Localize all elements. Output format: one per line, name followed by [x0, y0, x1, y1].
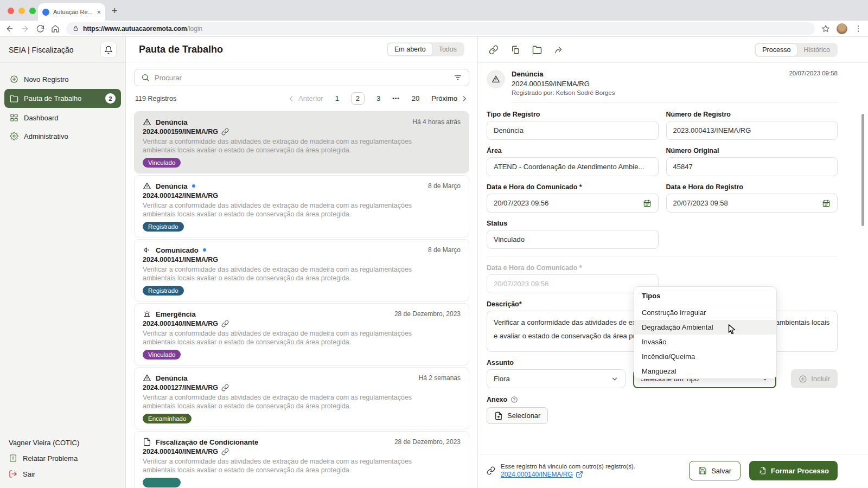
card-description: Verificar a conformidade das atividades … — [143, 265, 446, 282]
tab-historico[interactable]: Histórico — [797, 44, 837, 56]
search-box[interactable] — [134, 69, 469, 86]
record-card-denuncia-000127[interactable]: Denúncia Há 2 semanas 2024.000127/INEMA/… — [134, 367, 469, 429]
card-type: Fiscalização de Condicionante — [156, 438, 258, 446]
pagination-page-2-active[interactable]: 2 — [351, 92, 365, 105]
card-id: 2024.000141/INEMA/RG — [143, 256, 218, 264]
link-icon — [221, 128, 229, 136]
forward-share-icon[interactable] — [554, 45, 564, 55]
bookmark-star-icon[interactable] — [821, 24, 830, 33]
url-bar[interactable]: https://www.autuacaoremota.com/login — [66, 22, 815, 35]
area-field[interactable]: ATEND - Coordenação de Atendimento Ambie… — [487, 157, 659, 176]
toggle-em-aberto[interactable]: Em aberto — [388, 43, 432, 55]
pagination-page-20[interactable]: 20 — [407, 93, 424, 104]
logout-icon — [9, 470, 17, 478]
pagination-page-3[interactable]: 3 — [372, 93, 385, 104]
current-user-name: Vagner Vieira (COTIC) — [9, 439, 117, 447]
calendar-icon[interactable] — [822, 199, 831, 208]
selecionar-anexo-button[interactable]: Selecionar — [487, 407, 548, 424]
toggle-todos[interactable]: Todos — [432, 43, 463, 55]
numero-de-registro-field[interactable]: 2023.000413/INEMA/RG — [666, 121, 838, 140]
tab-close-icon[interactable]: × — [97, 8, 101, 16]
card-id: 2024.000140/INEMA/RG — [143, 448, 218, 455]
vertical-scrollbar[interactable] — [861, 114, 864, 226]
logout-link[interactable]: Sair — [9, 470, 117, 478]
folder-icon[interactable] — [532, 45, 542, 55]
dropdown-option-manguezal[interactable]: Manguezal — [634, 364, 776, 378]
assunto-select[interactable]: Flora — [487, 369, 626, 388]
data-registro-field[interactable]: 20/07/2023 09:58 — [666, 194, 838, 213]
sidebar-item-administrativo[interactable]: Administrativo — [4, 127, 121, 145]
help-question-icon[interactable] — [510, 396, 518, 403]
tab-processo[interactable]: Processo — [756, 44, 797, 56]
card-time: Há 4 horas atrás — [412, 118, 461, 126]
reload-icon[interactable] — [36, 24, 44, 33]
link-record-icon[interactable] — [489, 45, 499, 55]
card-type: Denúncia — [156, 118, 188, 126]
incluir-button[interactable]: Incluir — [791, 369, 838, 388]
warning-triangle-icon — [143, 182, 151, 190]
pagination-page-1[interactable]: 1 — [331, 93, 343, 104]
search-input[interactable] — [155, 74, 449, 82]
dropdown-option-construcao-irregular[interactable]: Construção Irregular — [634, 305, 776, 320]
field-label: Anexo — [487, 396, 507, 403]
minimize-window-button[interactable] — [18, 8, 25, 14]
detail-panel: Processo Histórico Denúncia 2024.000159/… — [477, 37, 868, 488]
url-host: https://www.autuacaoremota.com — [83, 25, 187, 33]
chevron-right-icon — [461, 95, 468, 102]
notifications-button[interactable] — [100, 42, 117, 58]
browser-profile-avatar[interactable] — [837, 23, 847, 34]
page-title: Pauta de Trabalho — [139, 44, 223, 55]
salvar-button[interactable]: Salvar — [689, 461, 741, 480]
card-type: Comunicado — [156, 246, 199, 254]
back-icon[interactable] — [5, 24, 14, 33]
record-card-comunicado-000141[interactable]: Comunicado 8 de Março 2024.000141/INEMA/… — [134, 239, 469, 301]
dropdown-option-incendio-queima[interactable]: Incêndio/Queima — [634, 349, 776, 364]
record-card-fiscalizacao-000140[interactable]: Fiscalização de Condicionante 28 de Deze… — [134, 431, 469, 488]
card-description: Verificar a conformidade das atividades … — [143, 329, 446, 346]
field-label: Tipo de Registro — [487, 111, 659, 118]
dropdown-option-degradacao-ambiental[interactable]: Degradação Ambiental — [634, 320, 776, 335]
forward-icon[interactable] — [21, 24, 29, 33]
sidebar-item-label: Novo Registro — [24, 75, 68, 84]
unread-dot — [192, 184, 195, 188]
status-field[interactable]: Vinculado — [487, 230, 659, 249]
tipo-de-registro-field[interactable]: Denúncia — [487, 121, 659, 140]
calendar-icon[interactable] — [643, 199, 652, 208]
data-comunicado-field[interactable]: 20/07/2023 09:56 — [487, 194, 659, 213]
dropdown-option-invasao[interactable]: Invasão — [634, 335, 776, 349]
window-controls[interactable] — [8, 8, 36, 14]
card-time: 8 de Março — [428, 182, 461, 190]
external-link-icon[interactable] — [576, 471, 583, 478]
record-card-emergencia-000140[interactable]: Emergência 28 de Dezembro, 2023 2024.000… — [134, 303, 469, 365]
maximize-window-button[interactable] — [29, 8, 36, 14]
browser-tab[interactable]: Autuação Re... × — [38, 3, 105, 21]
record-card-denuncia-000142[interactable]: Denúncia 8 de Março 2024.000142/INEMA/RG… — [134, 175, 469, 237]
report-problem-icon — [9, 454, 17, 463]
card-id: 2024.000140/INEMA/RG — [143, 320, 218, 328]
pagination-next[interactable]: Próximo — [431, 94, 468, 102]
browser-menu-icon[interactable] — [854, 24, 863, 33]
warning-triangle-icon — [143, 374, 151, 382]
plus-circle-icon — [799, 375, 807, 383]
numero-original-field[interactable]: 45847 — [666, 157, 838, 176]
home-icon[interactable] — [51, 24, 60, 33]
tab-favicon — [42, 9, 49, 16]
record-card-denuncia-000159[interactable]: Denúncia Há 4 horas atrás 2024.000159/IN… — [134, 111, 469, 174]
copy-icon[interactable] — [510, 45, 520, 55]
formar-processo-button[interactable]: Formar Processo — [749, 461, 838, 480]
report-problem-link[interactable]: Relatar Problema — [9, 454, 117, 463]
new-tab-button[interactable]: + — [112, 5, 118, 17]
status-badge — [143, 478, 181, 487]
sidebar-item-novo-registro[interactable]: Novo Registro — [4, 70, 121, 88]
card-type: Denúncia — [156, 182, 188, 190]
siren-icon — [143, 310, 151, 318]
close-window-button[interactable] — [8, 8, 14, 14]
linked-record-link[interactable]: 2024.000140/INEMA/RG — [501, 471, 573, 478]
pagination-prev[interactable]: Anterior — [288, 94, 323, 102]
sidebar-item-pauta-de-trabalho[interactable]: Pauta de Trabalho 2 — [4, 89, 121, 108]
sidebar-item-dashboard[interactable]: Dashboard — [4, 109, 121, 126]
speaker-icon — [143, 246, 151, 254]
filter-icon[interactable] — [454, 73, 462, 82]
browser-toolbar: https://www.autuacaoremota.com/login — [0, 21, 868, 37]
field-label: Data e Hora do Comunicado * — [487, 264, 659, 272]
